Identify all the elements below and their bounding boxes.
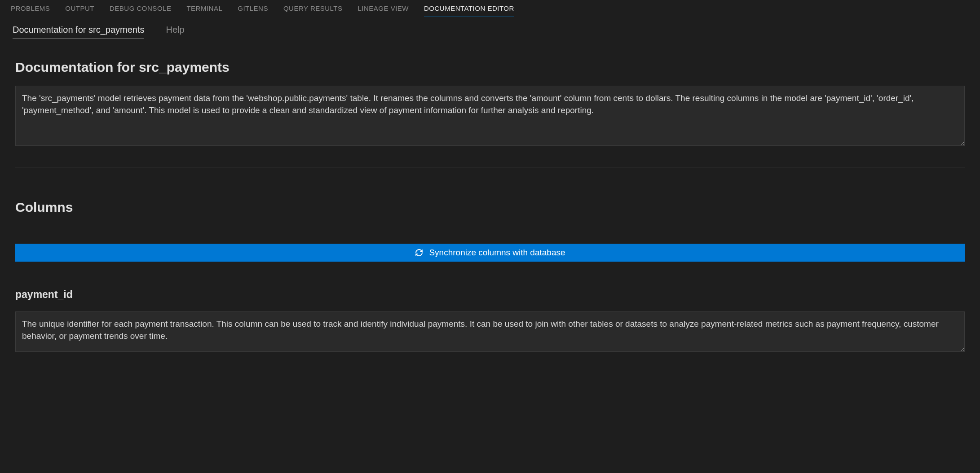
subtab-help[interactable]: Help (166, 25, 184, 39)
columns-section-title: Columns (15, 200, 965, 215)
tab-documentation-editor[interactable]: DOCUMENTATION EDITOR (424, 4, 514, 17)
page-title: Documentation for src_payments (15, 60, 965, 75)
sync-button-label: Synchronize columns with database (429, 248, 565, 258)
tab-debug-console[interactable]: DEBUG CONSOLE (110, 4, 171, 18)
tab-gitlens[interactable]: GITLENS (238, 4, 268, 18)
tab-lineage-view[interactable]: LINEAGE VIEW (358, 4, 409, 18)
synchronize-columns-button[interactable]: Synchronize columns with database (15, 244, 965, 262)
sub-tabs: Documentation for src_payments Help (0, 18, 980, 39)
tab-terminal[interactable]: TERMINAL (186, 4, 222, 18)
tab-output[interactable]: OUTPUT (65, 4, 94, 18)
panel-tabs: PROBLEMS OUTPUT DEBUG CONSOLE TERMINAL G… (0, 0, 980, 18)
content-area: Documentation for src_payments The 'src_… (0, 39, 980, 353)
sync-icon (415, 248, 424, 257)
tab-query-results[interactable]: QUERY RESULTS (283, 4, 343, 18)
section-divider (15, 167, 965, 167)
tab-problems[interactable]: PROBLEMS (11, 4, 50, 18)
column-description-textarea-payment-id[interactable]: The unique identifier for each payment t… (15, 311, 965, 352)
subtab-documentation[interactable]: Documentation for src_payments (13, 25, 144, 39)
model-description-textarea[interactable]: The 'src_payments' model retrieves payme… (15, 86, 965, 146)
column-name-payment-id: payment_id (15, 289, 965, 301)
